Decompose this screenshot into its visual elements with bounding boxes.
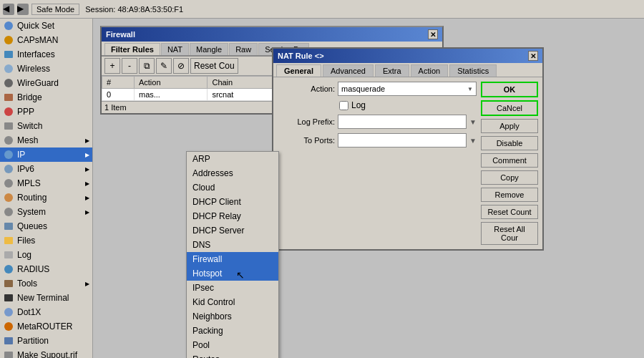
disable-button[interactable]: Disable [481,136,538,150]
submenu-item-dns[interactable]: DNS [187,238,278,252]
terminal-icon [3,292,14,304]
cancel-button[interactable]: CaNcel [481,100,538,116]
sidebar-item-metarouter[interactable]: MetaROUTER [0,319,92,334]
wireguard-icon [3,77,14,89]
sidebar-item-mpls[interactable]: MPLS ▶ [0,176,92,190]
action-label: Action: [278,84,335,93]
ok-button[interactable]: OK [481,82,538,97]
sidebar-item-label: Wireless [17,64,50,74]
submenu-item-dhcp-client[interactable]: DHCP Client [187,195,278,209]
tab-mangle[interactable]: Mangle [190,43,228,55]
tab-raw[interactable]: Raw [229,43,258,55]
remove-rule-button[interactable]: - [122,58,137,74]
sidebar-item-wireguard[interactable]: WireGuard [0,76,92,90]
copy-rule-button[interactable]: ⧉ [139,58,155,74]
action-dropdown-arrow-icon: ▼ [467,86,473,92]
submenu-item-firewall[interactable]: Firewall [187,252,278,266]
tab-filter-rules[interactable]: Filter Rules [104,43,160,55]
nat-close-button[interactable]: ✕ [528,51,538,61]
sidebar-item-label: IP [17,150,25,160]
reset-count-button[interactable]: Reset Cou [190,58,238,74]
sidebar-item-wireless[interactable]: Wireless [0,62,92,76]
to-ports-input[interactable] [338,133,467,147]
reset-all-button[interactable]: Reset All Cour [481,222,538,245]
reset-count-button[interactable]: Reset Count [481,205,538,219]
nat-tab-general[interactable]: General [276,64,321,77]
submenu-item-dhcp-server[interactable]: DHCP Server [187,223,278,238]
sidebar-item-system[interactable]: System ▶ [0,205,92,219]
sidebar-item-label: Switch [17,121,42,131]
submenu-item-ipsec[interactable]: IPsec [187,281,278,295]
routing-icon [3,192,14,203]
to-ports-dropdown-icon[interactable]: ▼ [469,137,477,145]
submenu-item-kid-control[interactable]: Kid Control [187,295,278,309]
sidebar-item-label: Mesh [17,135,38,145]
sidebar-item-ip[interactable]: IP ▶ [0,147,92,162]
sidebar-item-dot1x[interactable]: Dot1X [0,305,92,319]
add-rule-button[interactable]: + [104,58,120,74]
action-select[interactable]: masquerade ▼ [338,82,477,96]
comment-button[interactable]: Comment [481,153,538,168]
submenu-item-routes[interactable]: Routes [187,352,278,358]
sidebar-item-supout[interactable]: Make Supout.rif [0,348,92,358]
sidebar-item-label: WireGuard [17,78,59,88]
action-value: masquerade [341,84,385,93]
sidebar-item-label: Routing [17,193,47,203]
sidebar-item-ppp[interactable]: PPP [0,105,92,119]
log-prefix-dropdown-icon[interactable]: ▼ [469,118,477,126]
submenu-item-dhcp-relay[interactable]: DHCP Relay [187,209,278,223]
sidebar-item-mesh[interactable]: Mesh ▶ [0,133,92,147]
sidebar-item-files[interactable]: Files [0,233,92,248]
sidebar-item-tools[interactable]: Tools ▶ [0,276,92,291]
sidebar-item-terminal[interactable]: New Terminal [0,291,92,305]
nav-forward-icon[interactable]: ▶ [17,4,29,15]
nat-tab-action[interactable]: Action [411,64,449,77]
submenu-item-arp[interactable]: ARP [187,152,278,166]
safe-mode-button[interactable]: Safe Mode [31,4,79,15]
firewall-close-button[interactable]: ✕ [428,29,438,39]
sidebar-item-routing[interactable]: Routing ▶ [0,190,92,205]
to-ports-row: To Ports: ▼ [278,133,477,147]
apply-button[interactable]: Apply [481,119,538,133]
submenu-item-neighbors[interactable]: Neighbors [187,309,278,324]
edit-rule-button[interactable]: ✎ [156,58,172,74]
sidebar-item-bridge[interactable]: Bridge [0,90,92,105]
sidebar-item-capsman[interactable]: CAPsMAN [0,33,92,47]
tab-nat[interactable]: NAT [161,43,189,55]
nat-tab-extra[interactable]: Extra [375,64,409,77]
queues-icon [3,221,14,232]
nat-tab-statistics[interactable]: Statistics [449,64,497,77]
filter-button[interactable]: ⊘ [173,58,189,74]
nav-back-icon[interactable]: ◀ [3,4,14,15]
sidebar-item-queues[interactable]: Queues [0,219,92,233]
nat-tab-advanced[interactable]: Advanced [323,64,374,77]
sidebar-item-radius[interactable]: RADIUS [0,262,92,276]
sidebar-item-interfaces[interactable]: Interfaces [0,47,92,62]
bridge-icon [3,92,14,103]
log-prefix-input[interactable] [338,115,467,129]
sidebar-item-switch[interactable]: Switch [0,119,92,133]
submenu-item-pool[interactable]: Pool [187,338,278,352]
sidebar-item-partition[interactable]: Partition [0,334,92,348]
col-action: Action [134,77,207,89]
log-prefix-row: Log Prefix: ▼ [278,115,477,129]
submenu-item-hotspot[interactable]: Hotspot [187,266,278,281]
submenu-item-addresses[interactable]: Addresses [187,166,278,180]
submenu-item-cloud[interactable]: Cloud [187,180,278,195]
submenu-item-packing[interactable]: Packing [187,324,278,338]
main-layout: Quick Set CAPsMAN Interfaces Wireless Wi… [0,19,644,358]
copy-button[interactable]: Copy [481,170,538,185]
remove-button[interactable]: Remove [481,188,538,202]
sidebar-item-log[interactable]: Log [0,248,92,262]
files-icon [3,235,14,246]
sidebar-item-ipv6[interactable]: IPv6 ▶ [0,162,92,176]
log-checkbox[interactable] [339,101,348,110]
sidebar-item-label: Queues [17,221,47,231]
mpls-icon [3,178,14,189]
supout-icon [3,349,14,358]
sidebar-item-label: Dot1X [17,307,41,317]
ip-icon [3,149,14,160]
sidebar-item-label: CAPsMAN [17,35,58,45]
cell-chain: srcnat [208,89,280,101]
sidebar-item-quickset[interactable]: Quick Set [0,19,92,33]
